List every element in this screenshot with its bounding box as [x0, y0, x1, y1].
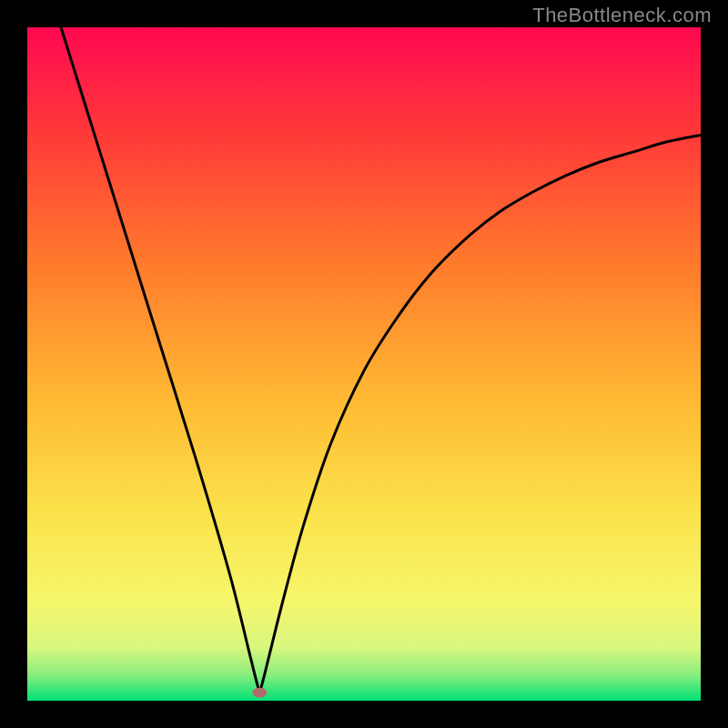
curve-marker-icon [252, 688, 267, 698]
plot-area [27, 27, 701, 701]
gradient-rect [27, 27, 701, 701]
chart-outer-frame: TheBottleneck.com [0, 0, 728, 728]
chart-svg [27, 27, 701, 701]
watermark-text: TheBottleneck.com [532, 4, 712, 27]
